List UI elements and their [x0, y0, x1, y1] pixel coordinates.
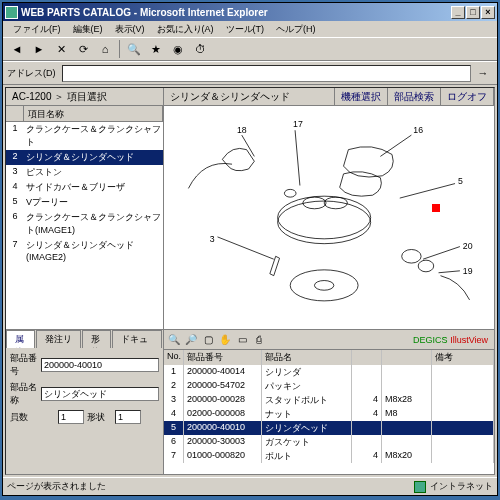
th-spec[interactable]: [382, 350, 432, 365]
fav-button[interactable]: ★: [146, 39, 166, 59]
list-item[interactable]: 4サイドカバー＆ブリーザ: [6, 180, 163, 195]
header-bar: AC-1200 ＞ 項目選択 シリンダ＆シリンダヘッド 機種選択 部品検索 ログ…: [6, 88, 494, 106]
callout-5: 5: [458, 176, 463, 186]
input-shape[interactable]: [115, 410, 141, 424]
model-select-button[interactable]: 機種選択: [335, 88, 388, 105]
col-num: [6, 106, 24, 121]
ie-toolbar: ◄ ► ✕ ⟳ ⌂ 🔍 ★ ◉ ⏱: [3, 37, 497, 61]
fit-icon[interactable]: ▢: [200, 332, 216, 348]
status-text: ページが表示されました: [7, 480, 106, 493]
menu-view[interactable]: 表示(V): [109, 22, 151, 36]
search-button[interactable]: 🔍: [124, 39, 144, 59]
parts-search-button[interactable]: 部品検索: [388, 88, 441, 105]
breadcrumb: AC-1200 ＞ 項目選択: [6, 88, 164, 105]
tab-shape[interactable]: 形状: [82, 330, 111, 348]
brand-label: DEGICS IllustView: [413, 335, 492, 345]
svg-line-15: [439, 271, 460, 273]
item-list: 1クランクケース＆クランクシャフト2シリンダ＆シリンダヘッド3ピストン4サイドカ…: [6, 122, 163, 329]
input-qty[interactable]: [58, 410, 84, 424]
zoom-out-icon[interactable]: 🔎: [183, 332, 199, 348]
zone-icon: [414, 481, 426, 493]
callout-16: 16: [413, 125, 423, 135]
tab-order[interactable]: 発注リスト: [36, 330, 81, 348]
go-button[interactable]: →: [473, 63, 493, 83]
svg-line-14: [423, 247, 460, 260]
menu-fav[interactable]: お気に入り(A): [151, 22, 220, 36]
svg-line-9: [242, 135, 255, 156]
label-qty: 員数: [10, 411, 58, 424]
address-label: アドレス(D): [7, 67, 56, 80]
detail-tabs: 属注 発注リスト 形状 ドキュメント: [6, 330, 163, 348]
detail-form: 部品番号 部品名称 員数形状: [6, 348, 163, 474]
separator: [119, 40, 120, 58]
th-no[interactable]: No.: [164, 350, 184, 365]
list-item[interactable]: 1クランクケース＆クランクシャフト: [6, 122, 163, 150]
maximize-button[interactable]: □: [466, 6, 480, 19]
label-shape: 形状: [87, 411, 115, 424]
close-button[interactable]: ×: [481, 6, 495, 19]
media-button[interactable]: ◉: [168, 39, 188, 59]
table-row[interactable]: 701000-000820ボルト4M8x20: [164, 449, 494, 463]
th-partno[interactable]: 部品番号: [184, 350, 262, 365]
titlebar: WEB PARTS CATALOG - Microsoft Internet E…: [3, 3, 497, 21]
svg-line-10: [295, 130, 300, 185]
parts-table: No. 部品番号 部品名 備考 1200000-40014シリンダ2200000…: [164, 350, 494, 474]
table-row[interactable]: 5200000-40010シリンダヘッド: [164, 421, 494, 435]
table-row[interactable]: 2200000-54702パッキン: [164, 379, 494, 393]
svg-point-0: [278, 201, 371, 244]
tab-doc[interactable]: ドキュメント: [112, 330, 162, 348]
list-item[interactable]: 5Vプーリー: [6, 195, 163, 210]
col-name: 項目名称: [24, 106, 163, 121]
svg-point-7: [402, 249, 421, 263]
stop-button[interactable]: ✕: [51, 39, 71, 59]
address-bar: アドレス(D) →: [3, 61, 497, 85]
menu-tools[interactable]: ツール(T): [220, 22, 271, 36]
callout-20: 20: [463, 241, 473, 251]
th-qty[interactable]: [352, 350, 382, 365]
th-name[interactable]: 部品名: [262, 350, 352, 365]
diagram-pane[interactable]: 18 17 3 16 5 20 19: [164, 106, 494, 329]
callout-18: 18: [237, 125, 247, 135]
status-bar: ページが表示されました イントラネット: [3, 477, 497, 495]
back-button[interactable]: ◄: [7, 39, 27, 59]
list-item[interactable]: 7シリンダ＆シリンダヘッド(IMAGE2): [6, 238, 163, 263]
fwd-button[interactable]: ►: [29, 39, 49, 59]
table-row[interactable]: 402000-000008ナット4M8: [164, 407, 494, 421]
table-row[interactable]: 1200000-40014シリンダ: [164, 365, 494, 379]
svg-point-6: [284, 189, 296, 197]
pan-icon[interactable]: ✋: [217, 332, 233, 348]
input-partno[interactable]: [41, 358, 159, 372]
zoom-in-icon[interactable]: 🔍: [166, 332, 182, 348]
window-title: WEB PARTS CATALOG - Microsoft Internet E…: [21, 7, 450, 18]
minimize-button[interactable]: _: [451, 6, 465, 19]
address-input[interactable]: [62, 65, 472, 82]
svg-line-12: [380, 135, 411, 156]
list-item[interactable]: 3ピストン: [6, 165, 163, 180]
table-toolbar: 🔍 🔎 ▢ ✋ ▭ ⎙ DEGICS IllustView: [164, 330, 494, 350]
list-item[interactable]: 2シリンダ＆シリンダヘッド: [6, 150, 163, 165]
svg-point-8: [418, 260, 434, 272]
history-button[interactable]: ⏱: [190, 39, 210, 59]
refresh-button[interactable]: ⟳: [73, 39, 93, 59]
svg-line-13: [400, 184, 455, 199]
print-icon[interactable]: ⎙: [251, 332, 267, 348]
selection-marker: [432, 204, 440, 212]
svg-point-5: [314, 281, 333, 291]
th-remark[interactable]: 備考: [432, 350, 494, 365]
menubar: ファイル(F) 編集(E) 表示(V) お気に入り(A) ツール(T) ヘルプ(…: [3, 21, 497, 37]
home-button[interactable]: ⌂: [95, 39, 115, 59]
input-partname[interactable]: [41, 387, 159, 401]
menu-help[interactable]: ヘルプ(H): [270, 22, 322, 36]
menu-edit[interactable]: 編集(E): [67, 22, 109, 36]
table-row[interactable]: 3200000-00028スタッドボルト4M8x28: [164, 393, 494, 407]
label-partno: 部品番号: [10, 352, 41, 378]
page-title: シリンダ＆シリンダヘッド: [164, 88, 335, 105]
svg-line-11: [218, 237, 274, 259]
list-item[interactable]: 6クランクケース＆クランクシャフト(IMAGE1): [6, 210, 163, 238]
label-partname: 部品名称: [10, 381, 41, 407]
tab-attr[interactable]: 属注: [6, 330, 35, 348]
menu-file[interactable]: ファイル(F): [7, 22, 67, 36]
select-icon[interactable]: ▭: [234, 332, 250, 348]
logoff-button[interactable]: ログオフ: [441, 88, 494, 105]
table-row[interactable]: 6200000-30003ガスケット: [164, 435, 494, 449]
